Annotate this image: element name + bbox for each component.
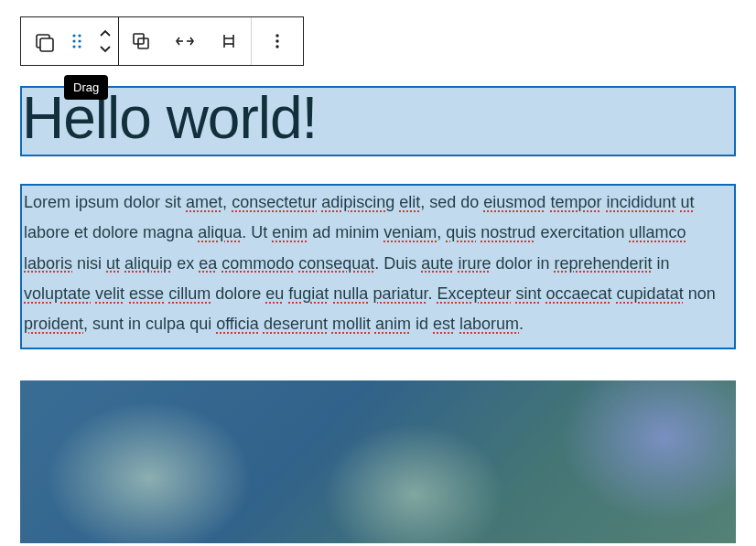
copy-block-icon bbox=[32, 30, 54, 52]
spellcheck-word: ullamco bbox=[629, 223, 686, 241]
spellcheck-word: consequat bbox=[298, 254, 374, 273]
svg-rect-1 bbox=[40, 38, 53, 51]
svg-point-11 bbox=[275, 39, 278, 42]
toolbar-group-more bbox=[252, 17, 303, 65]
more-options-button[interactable] bbox=[252, 17, 303, 65]
spellcheck-word: fugiat bbox=[288, 284, 329, 303]
drag-icon bbox=[71, 33, 86, 49]
spellcheck-word: quis bbox=[446, 223, 476, 241]
spellcheck-word: mollit bbox=[332, 315, 371, 333]
spellcheck-word: deserunt bbox=[264, 315, 328, 333]
spellcheck-word: consectetur bbox=[232, 193, 317, 211]
spellcheck-word: pariatur bbox=[373, 284, 427, 303]
spellcheck-word: enim bbox=[272, 223, 308, 241]
svg-point-7 bbox=[78, 45, 81, 48]
spellcheck-word: tempor bbox=[550, 193, 601, 211]
toolbar-group-align bbox=[119, 17, 252, 65]
spellcheck-word: nulla bbox=[333, 284, 368, 303]
spellcheck-word: cupidatat bbox=[617, 284, 684, 303]
move-down-button[interactable] bbox=[98, 41, 113, 56]
spellcheck-word: veniam bbox=[383, 223, 437, 241]
spellcheck-word: Excepteur bbox=[437, 284, 511, 303]
spellcheck-word: proident bbox=[24, 315, 83, 333]
block-toolbar bbox=[20, 16, 304, 66]
spellcheck-word: aute bbox=[421, 254, 453, 273]
spellcheck-word: esse bbox=[129, 284, 164, 303]
svg-point-10 bbox=[275, 34, 278, 37]
spellcheck-word: ut bbox=[681, 193, 695, 211]
svg-point-12 bbox=[275, 45, 278, 48]
paragraph-text[interactable]: Lorem ipsum dolor sit amet, consectetur … bbox=[24, 193, 716, 333]
spellcheck-word: eu bbox=[265, 284, 284, 303]
group-icon bbox=[130, 30, 152, 52]
spellcheck-word: eiusmod bbox=[483, 193, 545, 211]
spellcheck-word: amet bbox=[186, 193, 222, 211]
spellcheck-word: nostrud bbox=[481, 223, 535, 241]
svg-point-2 bbox=[72, 34, 75, 37]
paragraph-block[interactable]: Lorem ipsum dolor sit amet, consectetur … bbox=[20, 184, 736, 348]
svg-point-6 bbox=[72, 45, 75, 48]
stack-button[interactable] bbox=[207, 17, 251, 65]
spellcheck-word: voluptate bbox=[24, 284, 91, 303]
spellcheck-word: cillum bbox=[168, 284, 211, 303]
row-icon bbox=[174, 30, 196, 52]
drag-tooltip: Drag bbox=[64, 75, 108, 100]
spellcheck-word: laboris bbox=[24, 254, 72, 273]
spellcheck-word: officia bbox=[216, 315, 259, 333]
stack-icon bbox=[218, 30, 240, 52]
spellcheck-word: laborum bbox=[459, 315, 519, 333]
spellcheck-word: aliquip bbox=[124, 254, 172, 273]
spellcheck-word: irure bbox=[458, 254, 491, 273]
svg-point-3 bbox=[78, 34, 81, 37]
spellcheck-word: anim bbox=[375, 315, 411, 333]
selection-overlay bbox=[20, 380, 736, 543]
svg-point-4 bbox=[72, 39, 75, 42]
spellcheck-word: sint bbox=[516, 284, 542, 303]
svg-point-5 bbox=[78, 39, 81, 42]
drag-handle[interactable] bbox=[65, 17, 92, 65]
image-block[interactable] bbox=[20, 380, 736, 543]
spellcheck-word: commodo bbox=[221, 254, 294, 273]
heading-text[interactable]: Hello world! bbox=[22, 88, 734, 149]
row-button[interactable] bbox=[163, 17, 207, 65]
heading-block[interactable]: Hello world! bbox=[20, 86, 736, 156]
block-movers bbox=[92, 27, 118, 56]
spellcheck-word: elit bbox=[399, 193, 420, 211]
spellcheck-word: adipiscing bbox=[321, 193, 394, 211]
toolbar-group-block bbox=[21, 17, 119, 65]
spellcheck-word: incididunt bbox=[606, 193, 675, 211]
move-up-button[interactable] bbox=[98, 27, 113, 41]
tooltip-text: Drag bbox=[73, 80, 99, 94]
more-vertical-icon bbox=[268, 32, 286, 50]
spellcheck-word: ea bbox=[199, 254, 217, 273]
group-button[interactable] bbox=[119, 17, 163, 65]
spellcheck-word: aliqua bbox=[198, 223, 242, 241]
block-type-button[interactable] bbox=[21, 17, 65, 65]
spellcheck-word: est bbox=[433, 315, 455, 333]
spellcheck-word: ut bbox=[106, 254, 120, 273]
spellcheck-word: velit bbox=[95, 284, 124, 303]
spellcheck-word: occaecat bbox=[546, 284, 612, 303]
chevron-down-icon bbox=[98, 40, 113, 57]
spellcheck-word: reprehenderit bbox=[554, 254, 652, 273]
